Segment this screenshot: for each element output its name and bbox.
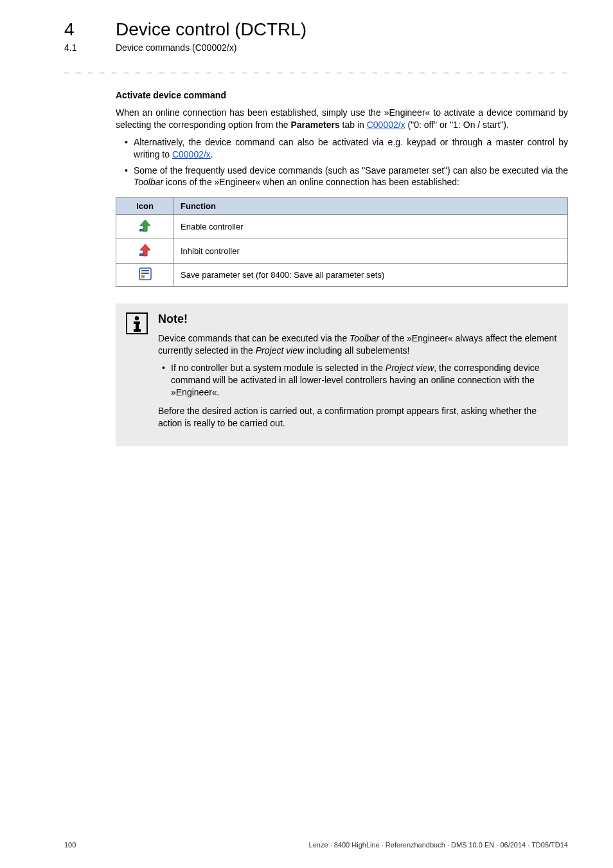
- table-cell-function: Enable controller: [174, 215, 568, 239]
- note-text: Device commands that can be executed via…: [158, 333, 350, 343]
- table-header-function: Function: [174, 198, 568, 215]
- svg-rect-4: [141, 273, 149, 274]
- intro-paragraph: When an online connection has been estab…: [116, 107, 568, 131]
- inhibit-controller-icon: [138, 243, 152, 259]
- bullet-item: Alternatively, the device command can al…: [125, 136, 568, 161]
- save-parameter-icon: [139, 267, 152, 282]
- separator-dashes: _ _ _ _ _ _ _ _ _ _ _ _ _ _ _ _ _ _ _ _ …: [64, 64, 568, 73]
- bullet-item: Some of the frequently used device comma…: [125, 165, 568, 189]
- intro-bold-parameters: Parameters: [290, 120, 339, 130]
- section-heading: Activate device command: [116, 90, 568, 100]
- page-number: 100: [64, 841, 76, 849]
- note-title: Note!: [158, 312, 558, 326]
- section-number: 4.1: [64, 42, 116, 53]
- table-cell-function: Inhibit controller: [174, 239, 568, 264]
- bullet-text-post: .: [211, 149, 213, 159]
- footer-meta: Lenze · 8400 HighLine · Referenzhandbuch…: [309, 841, 568, 849]
- note-box: Note! Device commands that can be execut…: [116, 303, 568, 446]
- intro-text-post: ("0: off" or "1: On / start").: [405, 120, 509, 130]
- chapter-number: 4: [64, 19, 116, 40]
- note-text-italic: Project view: [256, 345, 304, 356]
- table-row: Enable controller: [116, 215, 568, 239]
- note-bullet-italic: Project view: [386, 363, 434, 373]
- enable-controller-icon: [138, 219, 152, 235]
- table-cell-icon: [116, 215, 174, 239]
- section-header: 4.1 Device commands (C00002/x): [64, 42, 568, 53]
- svg-rect-0: [139, 229, 143, 231]
- section-title: Device commands (C00002/x): [116, 42, 236, 53]
- table-header-row: Icon Function: [116, 198, 568, 215]
- table-cell-function: Save parameter set (for 8400: Save all p…: [174, 264, 568, 287]
- svg-rect-5: [141, 275, 145, 278]
- table-header-icon: Icon: [116, 198, 174, 215]
- note-paragraph: Before the desired action is carried out…: [158, 405, 558, 429]
- chapter-header: 4 Device control (DCTRL): [64, 19, 568, 40]
- chapter-title: Device control (DCTRL): [116, 19, 306, 40]
- link-c00002x-1[interactable]: C00002/x: [367, 120, 405, 130]
- note-bullet-item: If no controller but a system module is …: [162, 362, 558, 399]
- bullet-text-pre: Some of the frequently used device comma…: [134, 165, 568, 176]
- bullet-list: Alternatively, the device command can al…: [125, 136, 568, 189]
- note-text: including all subelements!: [304, 345, 409, 356]
- table-cell-icon: [116, 264, 174, 287]
- note-paragraph: Device commands that can be executed via…: [158, 332, 558, 357]
- note-icon-wrapper: [126, 312, 152, 434]
- table-row: Inhibit controller: [116, 239, 568, 264]
- table-cell-icon: [116, 239, 174, 264]
- intro-text-mid: tab in: [340, 120, 367, 130]
- svg-rect-9: [136, 321, 139, 330]
- icon-function-table: Icon Function Enable controller: [116, 197, 568, 287]
- note-bullet-list: If no controller but a system module is …: [162, 362, 558, 399]
- svg-rect-10: [134, 329, 141, 332]
- bullet-text-italic: Toolbar: [134, 177, 163, 187]
- info-icon: [126, 325, 148, 336]
- svg-rect-1: [139, 253, 143, 256]
- link-c00002x-2[interactable]: C00002/x: [172, 149, 211, 159]
- svg-rect-3: [141, 270, 149, 271]
- table-row: Save parameter set (for 8400: Save all p…: [116, 264, 568, 287]
- svg-point-7: [135, 316, 139, 320]
- note-text-italic: Toolbar: [350, 333, 379, 343]
- bullet-text-post: icons of the »Engineer« when an online c…: [163, 177, 459, 187]
- page-footer: 100 Lenze · 8400 HighLine · Referenzhand…: [64, 841, 568, 849]
- note-bullet-text: If no controller but a system module is …: [171, 363, 386, 373]
- note-body: Note! Device commands that can be execut…: [152, 312, 558, 434]
